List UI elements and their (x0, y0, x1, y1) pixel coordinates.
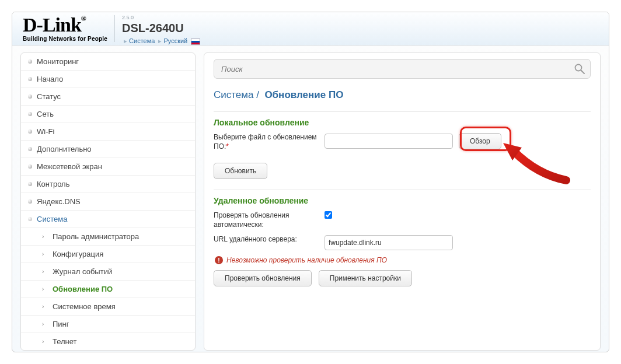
local-heading: Локальное обновление (214, 118, 591, 127)
error-icon: ! (215, 256, 223, 264)
main-panel: Система / Обновление ПО Локальное обновл… (204, 52, 601, 351)
chevron-right-icon: › (42, 251, 48, 257)
firmware-version: 2.5.0 (122, 15, 200, 20)
bullet-icon (28, 130, 32, 134)
svg-line-1 (581, 71, 585, 74)
section-local-update: Локальное обновление Выберите файл с обн… (214, 111, 591, 179)
header: D-Link® Building Networks for People 2.5… (12, 12, 609, 46)
sidebar-sub-firmware[interactable]: ›Обновление ПО (21, 281, 195, 298)
model-block: 2.5.0 DSL-2640U ▸Система ▸Русский (122, 12, 200, 45)
browse-button[interactable]: Обзор (459, 133, 501, 149)
remote-url-field[interactable] (325, 235, 453, 250)
bullet-icon (28, 94, 32, 99)
search-input[interactable] (221, 65, 569, 74)
sidebar-sub-telnet[interactable]: ›Телнет (21, 333, 195, 350)
sidebar-item-monitoring[interactable]: Мониторинг (21, 53, 195, 71)
model-name: DSL-2640U (122, 22, 200, 35)
chevron-right-icon: › (42, 321, 48, 327)
remote-url-label: URL удалённого сервера: (214, 235, 319, 244)
chevron-right-icon: › (42, 338, 48, 345)
sidebar-item-advanced[interactable]: Дополнительно (21, 141, 195, 158)
page-title: Система / Обновление ПО (214, 89, 591, 101)
bullet-icon (28, 112, 32, 116)
auto-check-label: Проверять обновления автоматически: (214, 211, 319, 229)
remote-heading: Удаленное обновление (214, 196, 591, 205)
bullet-icon (28, 147, 32, 151)
section-remote-update: Удаленное обновление Проверять обновлени… (214, 190, 591, 286)
breadcrumb[interactable]: ▸Система ▸Русский (122, 37, 200, 45)
sidebar-sub-config[interactable]: ›Конфигурация (21, 246, 195, 263)
search-icon (574, 63, 585, 75)
bullet-icon (28, 77, 32, 81)
divider (114, 15, 115, 42)
sidebar-item-yandexdns[interactable]: Яндекс.DNS (21, 193, 195, 211)
apply-settings-button[interactable]: Применить настройки (319, 270, 412, 286)
logo: D-Link® Building Networks for People (23, 15, 107, 42)
search-box[interactable] (214, 59, 591, 79)
crumb-system[interactable]: Система (129, 37, 155, 44)
bullet-icon (28, 164, 32, 169)
check-updates-button[interactable]: Проверить обновления (214, 270, 312, 286)
crumb-language[interactable]: Русский (163, 37, 187, 44)
sidebar: Мониторинг Начало Статус Сеть Wi-Fi Допо… (20, 52, 196, 351)
error-message: ! Невозможно проверить наличие обновлени… (215, 256, 591, 264)
bullet-open-icon (28, 217, 32, 221)
sidebar-item-status[interactable]: Статус (21, 88, 195, 106)
sidebar-item-wifi[interactable]: Wi-Fi (21, 123, 195, 141)
sidebar-sub-password[interactable]: ›Пароль администратора (21, 228, 195, 246)
firmware-file-field[interactable] (325, 134, 453, 149)
sidebar-item-control[interactable]: Контроль (21, 176, 195, 193)
choose-file-label: Выберите файл с обновлением ПО:* (214, 133, 319, 151)
bullet-icon (28, 182, 32, 186)
sidebar-item-firewall[interactable]: Межсетевой экран (21, 158, 195, 176)
sidebar-item-start[interactable]: Начало (21, 71, 195, 88)
sidebar-sub-ping[interactable]: ›Пинг (21, 316, 195, 333)
bullet-icon (28, 200, 32, 204)
chevron-right-icon: › (42, 303, 48, 310)
logo-brand: D-Link® (23, 15, 107, 35)
chevron-right-icon: › (42, 268, 48, 275)
auto-check-checkbox[interactable] (325, 211, 332, 219)
sidebar-item-system[interactable]: Система (21, 211, 195, 228)
flag-ru-icon (191, 38, 200, 45)
update-button[interactable]: Обновить (214, 163, 267, 179)
sidebar-sub-systime[interactable]: ›Системное время (21, 298, 195, 316)
sidebar-sub-log[interactable]: ›Журнал событий (21, 263, 195, 281)
chevron-right-icon: › (42, 286, 48, 292)
sidebar-item-network[interactable]: Сеть (21, 106, 195, 123)
bullet-icon (28, 60, 32, 64)
logo-tagline: Building Networks for People (23, 36, 107, 42)
chevron-right-icon: › (42, 233, 48, 240)
